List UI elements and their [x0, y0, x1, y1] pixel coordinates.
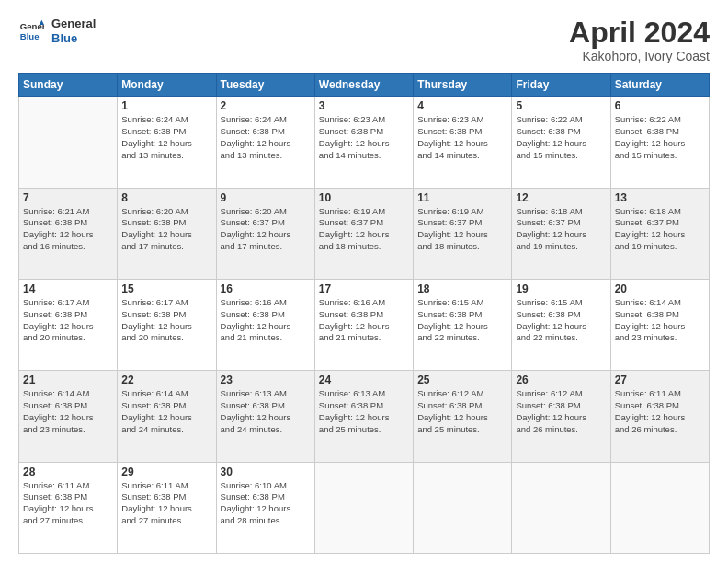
col-monday: Monday [118, 74, 216, 97]
day-number: 19 [516, 282, 606, 295]
day-number: 6 [615, 99, 705, 112]
calendar-day-cell: 24Sunrise: 6:13 AM Sunset: 6:38 PM Dayli… [314, 371, 413, 462]
calendar-day-cell: 21Sunrise: 6:14 AM Sunset: 6:38 PM Dayli… [19, 371, 118, 462]
day-info: Sunrise: 6:18 AM Sunset: 6:37 PM Dayligh… [516, 206, 606, 253]
calendar-day-cell [314, 462, 413, 553]
day-number: 23 [221, 373, 311, 386]
logo: General Blue General Blue [18, 17, 96, 45]
day-info: Sunrise: 6:20 AM Sunset: 6:38 PM Dayligh… [121, 206, 211, 253]
col-thursday: Thursday [414, 74, 512, 97]
calendar-week-row: 14Sunrise: 6:17 AM Sunset: 6:38 PM Dayli… [19, 279, 710, 370]
calendar-day-cell: 13Sunrise: 6:18 AM Sunset: 6:37 PM Dayli… [610, 188, 709, 279]
calendar-day-cell [414, 462, 512, 553]
day-info: Sunrise: 6:14 AM Sunset: 6:38 PM Dayligh… [23, 388, 113, 435]
calendar-table: Sunday Monday Tuesday Wednesday Thursday… [18, 73, 710, 554]
day-number: 27 [615, 373, 705, 386]
day-number: 26 [516, 373, 606, 386]
day-info: Sunrise: 6:21 AM Sunset: 6:38 PM Dayligh… [23, 206, 113, 253]
col-saturday: Saturday [610, 74, 709, 97]
calendar-day-cell: 23Sunrise: 6:13 AM Sunset: 6:38 PM Dayli… [216, 371, 314, 462]
calendar-day-cell: 14Sunrise: 6:17 AM Sunset: 6:38 PM Dayli… [19, 279, 118, 370]
day-number: 10 [319, 191, 409, 204]
day-info: Sunrise: 6:15 AM Sunset: 6:38 PM Dayligh… [417, 297, 507, 344]
day-info: Sunrise: 6:11 AM Sunset: 6:38 PM Dayligh… [615, 388, 705, 435]
day-info: Sunrise: 6:23 AM Sunset: 6:38 PM Dayligh… [319, 114, 409, 161]
calendar-week-row: 1Sunrise: 6:24 AM Sunset: 6:38 PM Daylig… [19, 97, 710, 188]
calendar-day-cell [512, 462, 610, 553]
day-number: 22 [121, 373, 211, 386]
day-info: Sunrise: 6:22 AM Sunset: 6:38 PM Dayligh… [516, 114, 606, 161]
header: General Blue General Blue April 2024 Kak… [18, 17, 710, 63]
day-number: 1 [121, 99, 211, 112]
calendar-day-cell: 2Sunrise: 6:24 AM Sunset: 6:38 PM Daylig… [216, 97, 314, 188]
calendar-day-cell: 29Sunrise: 6:11 AM Sunset: 6:38 PM Dayli… [118, 462, 216, 553]
logo-icon: General Blue [18, 18, 44, 44]
day-number: 14 [23, 282, 113, 295]
day-number: 11 [417, 191, 507, 204]
calendar-day-cell: 1Sunrise: 6:24 AM Sunset: 6:38 PM Daylig… [118, 97, 216, 188]
day-info: Sunrise: 6:11 AM Sunset: 6:38 PM Dayligh… [23, 480, 113, 527]
day-info: Sunrise: 6:20 AM Sunset: 6:37 PM Dayligh… [221, 206, 311, 253]
day-number: 5 [516, 99, 606, 112]
day-info: Sunrise: 6:11 AM Sunset: 6:38 PM Dayligh… [121, 480, 211, 527]
day-number: 13 [615, 191, 705, 204]
day-info: Sunrise: 6:15 AM Sunset: 6:38 PM Dayligh… [516, 297, 606, 344]
day-number: 28 [23, 465, 113, 478]
calendar-day-cell: 22Sunrise: 6:14 AM Sunset: 6:38 PM Dayli… [118, 371, 216, 462]
col-sunday: Sunday [19, 74, 118, 97]
calendar-header-row: Sunday Monday Tuesday Wednesday Thursday… [19, 74, 710, 97]
calendar-day-cell: 10Sunrise: 6:19 AM Sunset: 6:37 PM Dayli… [314, 188, 413, 279]
calendar-day-cell: 4Sunrise: 6:23 AM Sunset: 6:38 PM Daylig… [414, 97, 512, 188]
calendar-day-cell: 30Sunrise: 6:10 AM Sunset: 6:38 PM Dayli… [216, 462, 314, 553]
day-info: Sunrise: 6:19 AM Sunset: 6:37 PM Dayligh… [417, 206, 507, 253]
col-wednesday: Wednesday [314, 74, 413, 97]
day-info: Sunrise: 6:19 AM Sunset: 6:37 PM Dayligh… [319, 206, 409, 253]
calendar-day-cell: 26Sunrise: 6:12 AM Sunset: 6:38 PM Dayli… [512, 371, 610, 462]
svg-text:Blue: Blue [20, 30, 40, 40]
day-info: Sunrise: 6:23 AM Sunset: 6:38 PM Dayligh… [417, 114, 507, 161]
calendar-day-cell: 28Sunrise: 6:11 AM Sunset: 6:38 PM Dayli… [19, 462, 118, 553]
day-number: 9 [221, 191, 311, 204]
day-number: 15 [121, 282, 211, 295]
calendar-day-cell: 19Sunrise: 6:15 AM Sunset: 6:38 PM Dayli… [512, 279, 610, 370]
col-friday: Friday [512, 74, 610, 97]
calendar-week-row: 28Sunrise: 6:11 AM Sunset: 6:38 PM Dayli… [19, 462, 710, 553]
calendar-day-cell: 8Sunrise: 6:20 AM Sunset: 6:38 PM Daylig… [118, 188, 216, 279]
calendar-day-cell: 15Sunrise: 6:17 AM Sunset: 6:38 PM Dayli… [118, 279, 216, 370]
day-number: 24 [319, 373, 409, 386]
day-info: Sunrise: 6:12 AM Sunset: 6:38 PM Dayligh… [516, 388, 606, 435]
subtitle: Kakohoro, Ivory Coast [569, 49, 710, 63]
day-info: Sunrise: 6:17 AM Sunset: 6:38 PM Dayligh… [121, 297, 211, 344]
page: General Blue General Blue April 2024 Kak… [0, 0, 728, 563]
day-info: Sunrise: 6:16 AM Sunset: 6:38 PM Dayligh… [319, 297, 409, 344]
main-title: April 2024 [569, 17, 710, 49]
day-number: 8 [121, 191, 211, 204]
day-number: 4 [417, 99, 507, 112]
calendar-day-cell: 11Sunrise: 6:19 AM Sunset: 6:37 PM Dayli… [414, 188, 512, 279]
day-number: 30 [221, 465, 311, 478]
day-number: 18 [417, 282, 507, 295]
calendar-day-cell: 5Sunrise: 6:22 AM Sunset: 6:38 PM Daylig… [512, 97, 610, 188]
calendar-day-cell [19, 97, 118, 188]
day-info: Sunrise: 6:24 AM Sunset: 6:38 PM Dayligh… [121, 114, 211, 161]
day-info: Sunrise: 6:12 AM Sunset: 6:38 PM Dayligh… [417, 388, 507, 435]
day-number: 16 [221, 282, 311, 295]
calendar-week-row: 7Sunrise: 6:21 AM Sunset: 6:38 PM Daylig… [19, 188, 710, 279]
calendar-week-row: 21Sunrise: 6:14 AM Sunset: 6:38 PM Dayli… [19, 371, 710, 462]
calendar-day-cell: 17Sunrise: 6:16 AM Sunset: 6:38 PM Dayli… [314, 279, 413, 370]
calendar-day-cell: 12Sunrise: 6:18 AM Sunset: 6:37 PM Dayli… [512, 188, 610, 279]
day-number: 17 [319, 282, 409, 295]
day-info: Sunrise: 6:14 AM Sunset: 6:38 PM Dayligh… [121, 388, 211, 435]
calendar-day-cell: 3Sunrise: 6:23 AM Sunset: 6:38 PM Daylig… [314, 97, 413, 188]
day-info: Sunrise: 6:13 AM Sunset: 6:38 PM Dayligh… [319, 388, 409, 435]
calendar-day-cell: 9Sunrise: 6:20 AM Sunset: 6:37 PM Daylig… [216, 188, 314, 279]
day-number: 20 [615, 282, 705, 295]
calendar-day-cell: 20Sunrise: 6:14 AM Sunset: 6:38 PM Dayli… [610, 279, 709, 370]
day-number: 21 [23, 373, 113, 386]
col-tuesday: Tuesday [216, 74, 314, 97]
day-number: 12 [516, 191, 606, 204]
day-info: Sunrise: 6:16 AM Sunset: 6:38 PM Dayligh… [221, 297, 311, 344]
day-info: Sunrise: 6:18 AM Sunset: 6:37 PM Dayligh… [615, 206, 705, 253]
calendar-day-cell: 7Sunrise: 6:21 AM Sunset: 6:38 PM Daylig… [19, 188, 118, 279]
day-number: 7 [23, 191, 113, 204]
